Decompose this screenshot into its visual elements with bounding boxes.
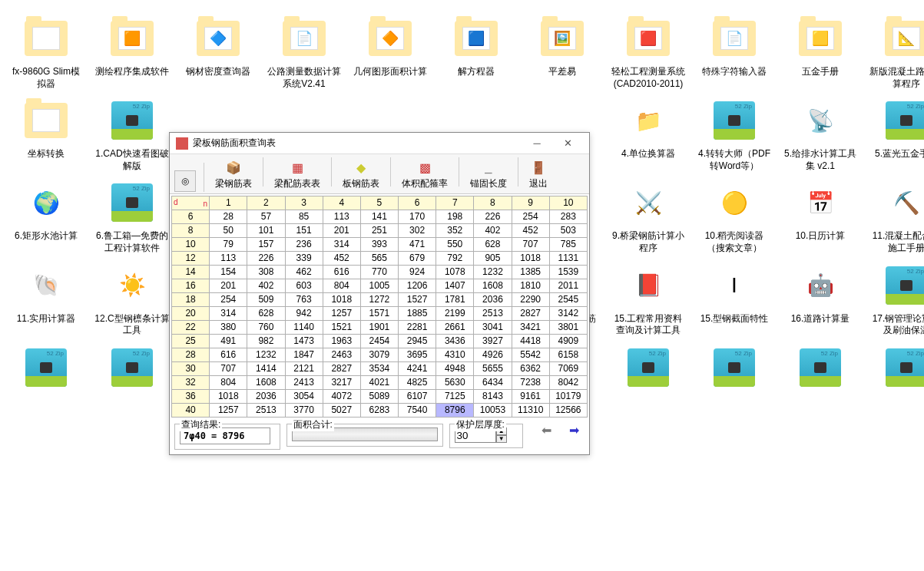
desktop-icon[interactable]: 🟧测绘程序集成软件: [94, 14, 171, 90]
table-cell[interactable]: 792: [436, 252, 474, 266]
table-cell[interactable]: 628: [474, 238, 512, 252]
table-cell[interactable]: 314: [210, 307, 247, 321]
table-cell[interactable]: 1414: [247, 362, 285, 376]
table-cell[interactable]: 616: [323, 266, 360, 279]
table-cell[interactable]: 6158: [549, 348, 587, 362]
row-header[interactable]: 18: [172, 293, 210, 307]
table-cell[interactable]: 3534: [360, 362, 398, 376]
table-cell[interactable]: 1232: [247, 348, 285, 362]
table-cell[interactable]: 503: [549, 224, 587, 238]
desktop-icon[interactable]: 52 Zip6.鲁工箱—免费的工程计算软件: [94, 178, 171, 254]
table-cell[interactable]: 3801: [549, 321, 587, 335]
table-cell[interactable]: 1407: [436, 279, 474, 293]
table-cell[interactable]: 283: [549, 210, 587, 224]
table-cell[interactable]: 7238: [512, 376, 549, 390]
desktop-icon[interactable]: 🔷钢材密度查询器: [180, 14, 257, 90]
table-cell[interactable]: 3436: [436, 335, 474, 348]
table-cell[interactable]: 2827: [512, 307, 549, 321]
row-header[interactable]: 32: [172, 376, 210, 390]
table-cell[interactable]: 5542: [512, 348, 549, 362]
row-header[interactable]: 8: [172, 224, 210, 238]
table-cell[interactable]: 302: [399, 224, 436, 238]
table-cell[interactable]: 3079: [360, 348, 398, 362]
desktop-icon[interactable]: 🌍6.矩形水池计算: [8, 178, 84, 254]
table-cell[interactable]: 254: [512, 210, 549, 224]
table-cell[interactable]: 2661: [436, 321, 474, 335]
table-cell[interactable]: 3142: [549, 307, 587, 321]
desktop-icon[interactable]: 📄特殊字符输入器: [696, 14, 773, 90]
desktop-icon[interactable]: 🟡10.稻壳阅读器（搜索文章）: [696, 178, 773, 254]
row-header[interactable]: 40: [172, 404, 210, 418]
table-cell[interactable]: 452: [512, 224, 549, 238]
desktop-icon[interactable]: 🟥轻松工程测量系统(CAD2010-2011): [610, 14, 687, 90]
table-cell[interactable]: 1527: [399, 293, 436, 307]
desktop-icon[interactable]: 🤖16.道路计算量: [782, 261, 859, 337]
table-cell[interactable]: 804: [323, 279, 360, 293]
table-cell[interactable]: 770: [360, 266, 398, 279]
table-cell[interactable]: 226: [474, 210, 512, 224]
row-header[interactable]: 28: [172, 348, 210, 362]
table-cell[interactable]: 491: [210, 335, 247, 348]
col-header[interactable]: 9: [512, 196, 549, 210]
table-cell[interactable]: 1232: [474, 266, 512, 279]
table-cell[interactable]: 785: [549, 238, 587, 252]
table-cell[interactable]: 763: [285, 293, 323, 307]
table-cell[interactable]: 12566: [549, 404, 587, 418]
table-cell[interactable]: 5630: [436, 376, 474, 390]
desktop-icon[interactable]: 52 Zip: [8, 343, 84, 395]
desktop-icon[interactable]: 52 Zip5.蓝光五金手册: [868, 96, 924, 172]
table-cell[interactable]: 2513: [474, 307, 512, 321]
row-header[interactable]: 25: [172, 335, 210, 348]
table-cell[interactable]: 4948: [436, 362, 474, 376]
table-cell[interactable]: 198: [436, 210, 474, 224]
table-cell[interactable]: 3421: [512, 321, 549, 335]
table-cell[interactable]: 2413: [285, 376, 323, 390]
table-cell[interactable]: 1608: [474, 279, 512, 293]
table-cell[interactable]: 1521: [323, 321, 360, 335]
table-cell[interactable]: 924: [399, 266, 436, 279]
table-cell[interactable]: 3054: [285, 390, 323, 404]
table-cell[interactable]: 4072: [323, 390, 360, 404]
table-cell[interactable]: 1206: [399, 279, 436, 293]
table-cell[interactable]: 113: [323, 210, 360, 224]
table-cell[interactable]: 1901: [360, 321, 398, 335]
toolbar-板钢筋表[interactable]: ◆板钢筋表: [335, 157, 387, 192]
table-cell[interactable]: 707: [512, 238, 549, 252]
table-cell[interactable]: 1140: [285, 321, 323, 335]
table-cell[interactable]: 4310: [436, 348, 474, 362]
table-cell[interactable]: 2011: [549, 279, 587, 293]
table-cell[interactable]: 10179: [549, 390, 587, 404]
table-cell[interactable]: 4021: [360, 376, 398, 390]
table-cell[interactable]: 1885: [399, 307, 436, 321]
table-cell[interactable]: 2036: [474, 293, 512, 307]
table-cell[interactable]: 4418: [512, 335, 549, 348]
table-cell[interactable]: 10053: [474, 404, 512, 418]
row-header[interactable]: 10: [172, 238, 210, 252]
table-cell[interactable]: 1847: [285, 348, 323, 362]
table-cell[interactable]: 157: [247, 238, 285, 252]
desktop-icon[interactable]: 📡5.给排水计算工具集 v2.1: [782, 96, 859, 172]
table-cell[interactable]: 1810: [512, 279, 549, 293]
col-header[interactable]: 6: [399, 196, 436, 210]
col-header[interactable]: 5: [360, 196, 398, 210]
table-cell[interactable]: 1963: [323, 335, 360, 348]
table-cell[interactable]: 402: [474, 224, 512, 238]
table-cell[interactable]: 1781: [436, 293, 474, 307]
table-cell[interactable]: 2513: [247, 404, 285, 418]
table-cell[interactable]: 2545: [549, 293, 587, 307]
desktop-icon[interactable]: 52 Zip: [868, 343, 924, 395]
desktop-icon[interactable]: 🖼️平差易: [524, 14, 601, 90]
table-cell[interactable]: 2827: [323, 362, 360, 376]
table-cell[interactable]: 628: [247, 307, 285, 321]
toolbar-small-button[interactable]: ◎: [174, 170, 196, 192]
table-cell[interactable]: 6434: [474, 376, 512, 390]
table-cell[interactable]: 113: [210, 252, 247, 266]
table-cell[interactable]: 3217: [323, 376, 360, 390]
table-cell[interactable]: 4909: [549, 335, 587, 348]
table-cell[interactable]: 5089: [360, 390, 398, 404]
table-cell[interactable]: 251: [360, 224, 398, 238]
table-cell[interactable]: 2945: [399, 335, 436, 348]
next-arrow[interactable]: ➡: [563, 424, 585, 436]
desktop-icon[interactable]: 🐚11.实用计算器: [8, 261, 84, 337]
col-header[interactable]: 4: [323, 196, 360, 210]
